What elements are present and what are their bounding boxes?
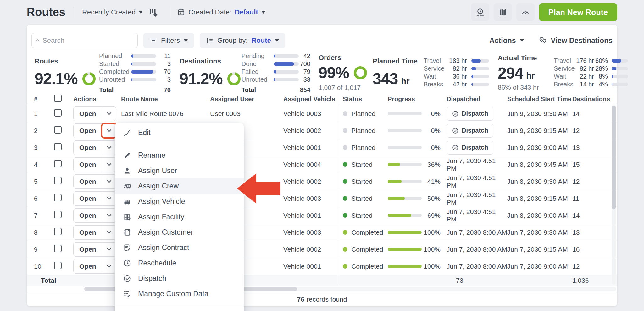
open-caret-button[interactable] [102, 259, 116, 273]
col-header-route-name[interactable]: Route Name [121, 95, 210, 103]
col-header-destinations[interactable]: Destinations [572, 95, 610, 103]
menu-item[interactable]: Assign Vehicle [115, 194, 244, 209]
menu-item[interactable]: Dispatch [115, 271, 244, 286]
legend-row: Travel 183 hr [424, 57, 489, 65]
menu-item[interactable]: Edit [115, 125, 244, 140]
menu-item[interactable]: Assign Crew [115, 178, 244, 194]
open-button[interactable]: Open [74, 243, 102, 256]
row-checkbox[interactable] [54, 126, 62, 134]
scheduled-start-cell: Jun 8, 2030 9:45 AM [507, 161, 572, 168]
map-view-button[interactable] [494, 3, 512, 21]
open-button[interactable]: Open [74, 226, 102, 239]
filters-button[interactable]: Filters [143, 33, 194, 48]
open-caret-button[interactable] [102, 141, 116, 155]
scheduled-start-cell: Jun 9, 2030 9:00 AM [507, 144, 572, 151]
row-checkbox[interactable] [54, 245, 62, 252]
select-all-checkbox[interactable] [54, 95, 62, 102]
assigned-vehicle-cell: Vehicle 0001 [283, 144, 343, 151]
menu-item[interactable]: Assign Facility [115, 209, 244, 225]
stat-routes-percent: 92.1% [35, 70, 78, 88]
progress-cell: 69% [388, 212, 447, 219]
row-checkbox[interactable] [54, 177, 62, 184]
menu-item[interactable]: Assign Contract [115, 240, 244, 255]
dashboard-gauge-button[interactable] [516, 3, 535, 21]
status-cell: Started [343, 212, 388, 219]
vertical-scrollbar-thumb[interactable] [612, 106, 616, 209]
row-checkbox[interactable] [54, 228, 62, 235]
actions-dropdown[interactable]: Actions [489, 36, 524, 45]
open-caret-button[interactable] [102, 209, 116, 222]
pencil-icon [123, 151, 131, 160]
group-by-button[interactable]: Group by: Route [200, 33, 285, 48]
legend-row: Wait 36 hr [424, 73, 489, 80]
open-caret-button[interactable] [102, 107, 116, 121]
col-header-progress[interactable]: Progress [388, 95, 447, 103]
dispatch-check-icon [452, 127, 459, 134]
crew-icon [123, 182, 131, 190]
col-header-scheduled-start[interactable]: Scheduled Start Time [507, 95, 572, 103]
filter-icon [150, 37, 157, 44]
row-checkbox[interactable] [54, 194, 62, 201]
plan-new-route-button[interactable]: Plan New Route [539, 3, 617, 21]
dispatch-button[interactable]: Dispatch [447, 124, 493, 138]
col-header-assigned-vehicle[interactable]: Assigned Vehicle [283, 95, 343, 103]
dispatched-cell: Dispatch Jun 7, 2030 4:51 PM [447, 191, 507, 206]
search-input[interactable] [42, 36, 133, 45]
row-checkbox[interactable] [54, 262, 62, 269]
status-dot [343, 128, 347, 133]
row-checkbox[interactable] [54, 160, 62, 167]
col-header-status[interactable]: Status [343, 95, 388, 103]
open-button[interactable]: Open [74, 107, 102, 121]
open-button[interactable]: Open [74, 192, 102, 205]
dispatched-time: Jun 7, 2030 4:51 PM [447, 157, 496, 172]
menu-item[interactable]: Assign Customer [115, 225, 244, 240]
dispatched-time: Jun 7, 2030 8:00 AM [447, 229, 507, 236]
open-caret-button[interactable] [102, 175, 116, 188]
row-number: 3 [34, 144, 54, 151]
progress-percent: 0% [422, 144, 441, 151]
open-button[interactable]: Open [74, 259, 102, 273]
destinations-cell: 16 [572, 246, 608, 253]
dispatch-button[interactable]: Dispatch [447, 141, 493, 155]
route-history-button[interactable] [471, 3, 489, 21]
open-caret-button[interactable] [102, 192, 116, 205]
open-split-button: Open [73, 140, 116, 155]
row-checkbox[interactable] [54, 109, 62, 117]
route-name-cell[interactable]: Last Mile Route 0076 [121, 110, 210, 117]
open-caret-button[interactable] [102, 158, 116, 172]
open-button[interactable]: Open [74, 158, 102, 172]
assigned-user-cell: User 0003 [210, 110, 283, 117]
col-header-dispatched[interactable]: Dispatched [447, 95, 507, 103]
row-checkbox[interactable] [54, 211, 62, 218]
contract-icon [123, 243, 131, 252]
row-checkbox[interactable] [54, 143, 62, 150]
col-header-num[interactable]: # [34, 95, 54, 103]
column-settings-button[interactable] [148, 7, 159, 18]
open-button[interactable]: Open [74, 209, 102, 222]
open-caret-button[interactable] [102, 226, 116, 239]
col-header-actions[interactable]: Actions [73, 95, 121, 103]
open-button[interactable]: Open [74, 141, 102, 155]
open-button[interactable]: Open [74, 124, 102, 138]
open-caret-button[interactable] [102, 243, 116, 256]
dispatch-button-label: Dispatch [462, 127, 488, 134]
created-date-value: Default [235, 8, 258, 16]
created-date-dropdown[interactable]: Created Date: Default [177, 8, 265, 16]
menu-item[interactable]: Manage Custom Data [115, 286, 244, 302]
menu-divider [115, 144, 244, 144]
menu-item[interactable]: Reschedule [115, 255, 244, 271]
sort-dropdown[interactable]: Recently Created [82, 8, 143, 16]
view-destinations-button[interactable]: View Destinations [538, 36, 613, 45]
filters-label: Filters [161, 36, 180, 45]
dispatched-time: Jun 7, 2030 4:51 PM [447, 174, 496, 189]
open-button[interactable]: Open [74, 175, 102, 188]
menu-item[interactable]: Rename [115, 148, 244, 163]
col-header-assigned-user[interactable]: Assigned User [210, 95, 283, 103]
progress-percent: 69% [422, 212, 441, 219]
dispatch-button[interactable]: Dispatch [447, 107, 493, 121]
menu-item[interactable]: Assign User [115, 163, 244, 178]
dispatched-cell: Dispatch [447, 124, 507, 138]
assigned-vehicle-cell: Vehicle 0003 [283, 195, 343, 202]
chevron-down-icon [107, 197, 112, 200]
open-caret-button[interactable] [102, 124, 116, 138]
